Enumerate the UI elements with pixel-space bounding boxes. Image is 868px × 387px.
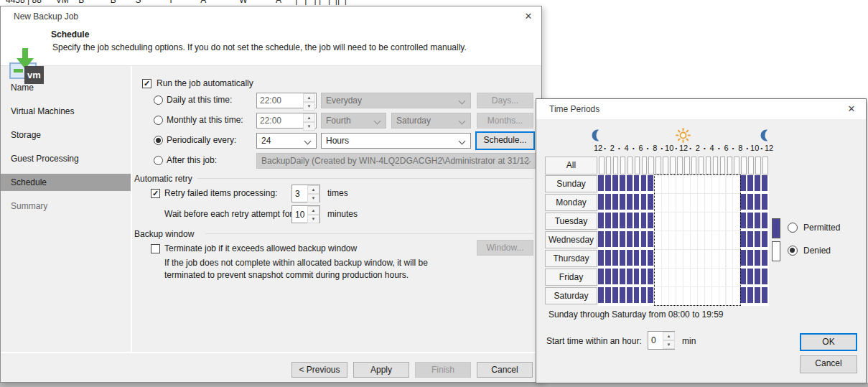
grid-cell[interactable]	[691, 269, 698, 287]
day-cell-thursday[interactable]: Thursday	[545, 250, 597, 267]
grid-cell[interactable]	[747, 213, 755, 231]
grid-cell[interactable]	[691, 250, 698, 269]
grid-cell[interactable]	[719, 175, 727, 194]
grid-cell[interactable]	[740, 250, 747, 269]
previous-button[interactable]: < Previous	[291, 362, 347, 378]
day-cell-wednesday[interactable]: Wednesday	[545, 231, 597, 248]
grid-cell[interactable]	[712, 231, 719, 250]
grid-cell[interactable]	[755, 213, 762, 231]
grid-cell[interactable]	[740, 231, 747, 250]
grid-cell[interactable]	[683, 287, 691, 306]
grid-cell[interactable]	[733, 231, 740, 250]
grid-cell[interactable]	[620, 269, 627, 287]
grid-cell[interactable]	[669, 250, 676, 269]
grid-cell[interactable]	[612, 269, 620, 287]
window-button[interactable]: Window...	[477, 240, 533, 256]
all-cell[interactable]: All	[545, 157, 597, 174]
grid-cell[interactable]	[698, 287, 705, 306]
grid-cell[interactable]	[641, 269, 648, 287]
finish-button[interactable]: Finish	[415, 362, 471, 378]
grid-cell[interactable]	[747, 250, 755, 269]
sidebar-item-schedule[interactable]: Schedule	[1, 174, 131, 191]
hour-header-cell[interactable]	[755, 157, 761, 174]
retry-checkbox[interactable]: ✓	[151, 189, 160, 198]
grid-cell[interactable]	[712, 175, 719, 194]
grid-cell[interactable]	[755, 175, 762, 194]
grid-cell[interactable]	[733, 213, 740, 231]
day-cell-monday[interactable]: Monday	[545, 194, 597, 211]
grid-cell[interactable]	[627, 231, 634, 250]
grid-cell[interactable]	[740, 194, 747, 213]
grid-cell[interactable]	[727, 269, 734, 287]
grid-cell[interactable]	[634, 269, 641, 287]
spin-up-icon[interactable]: ▲	[303, 93, 315, 102]
grid-cell[interactable]	[719, 231, 727, 250]
hour-header-cell[interactable]	[627, 157, 633, 174]
hour-header-cell[interactable]	[684, 157, 690, 174]
time-periods-titlebar[interactable]: Time Periods ✕	[536, 99, 866, 119]
grid-cell[interactable]	[669, 194, 676, 213]
grid-cell[interactable]	[648, 269, 655, 287]
grid-cell[interactable]	[648, 250, 655, 269]
spin-down-icon[interactable]: ▼	[307, 194, 319, 202]
grid-cell[interactable]	[683, 213, 691, 231]
grid-cell[interactable]	[669, 269, 676, 287]
start-time-spinner[interactable]: ▲▼	[663, 332, 675, 349]
grid-cell[interactable]	[612, 287, 620, 306]
grid-cell[interactable]	[634, 213, 641, 231]
schedule-button[interactable]: Schedule...	[475, 131, 535, 150]
grid-cell[interactable]	[676, 194, 683, 213]
apply-button[interactable]: Apply	[353, 362, 409, 378]
grid-cell[interactable]	[648, 287, 655, 306]
hour-header-cell[interactable]	[635, 157, 640, 174]
grid-cell[interactable]	[669, 213, 676, 231]
sidebar-item-summary[interactable]: Summary	[1, 198, 131, 214]
grid-cell[interactable]	[634, 194, 641, 213]
grid-cell[interactable]	[719, 213, 727, 231]
grid-cell[interactable]	[733, 287, 740, 306]
permitted-radio[interactable]	[788, 223, 798, 233]
denied-radio[interactable]	[788, 246, 798, 256]
grid-cell[interactable]	[620, 231, 627, 250]
grid-cell[interactable]	[605, 175, 612, 194]
grid-cell[interactable]	[648, 175, 655, 194]
cancel-button[interactable]: Cancel	[477, 362, 533, 378]
terminate-checkbox[interactable]	[151, 244, 160, 253]
grid-cell[interactable]	[676, 269, 683, 287]
grid-cell[interactable]	[662, 194, 669, 213]
grid-cell[interactable]	[740, 213, 747, 231]
grid-cell[interactable]	[662, 175, 669, 194]
grid-cell[interactable]	[762, 269, 769, 287]
grid-cell[interactable]	[683, 250, 691, 269]
grid-cell[interactable]	[662, 269, 669, 287]
grid-cell[interactable]	[598, 213, 605, 231]
daily-time-spinner[interactable]: ▲▼	[303, 93, 315, 108]
monthly-week-dropdown[interactable]: Fourth	[321, 113, 386, 129]
grid-cell[interactable]	[641, 287, 648, 306]
grid-cell[interactable]	[655, 269, 662, 287]
grid-cell[interactable]	[641, 231, 648, 250]
hour-header-cell[interactable]	[727, 157, 733, 174]
grid-cell[interactable]	[762, 250, 769, 269]
grid-cell[interactable]	[683, 194, 691, 213]
hour-header-cell[interactable]	[677, 157, 683, 174]
sidebar-item-name[interactable]: Name	[1, 80, 131, 95]
grid-cell[interactable]	[691, 175, 698, 194]
hour-header-cell[interactable]	[720, 157, 726, 174]
grid-cell[interactable]	[683, 231, 691, 250]
daily-frequency-dropdown[interactable]: Everyday	[321, 93, 471, 108]
grid-cell[interactable]	[683, 269, 691, 287]
hour-header-cell[interactable]	[741, 157, 747, 174]
grid-cell[interactable]	[676, 250, 683, 269]
day-cell-sunday[interactable]: Sunday	[545, 175, 597, 192]
close-icon[interactable]: ✕	[520, 9, 537, 24]
sidebar-item-virtual-machines[interactable]: Virtual Machines	[1, 103, 131, 119]
grid-cell[interactable]	[698, 250, 705, 269]
hour-header-cell[interactable]	[620, 157, 626, 174]
grid-cell[interactable]	[698, 269, 705, 287]
grid-cell[interactable]	[655, 250, 662, 269]
day-cell-friday[interactable]: Friday	[545, 269, 597, 286]
grid-cell[interactable]	[634, 175, 641, 194]
grid-cell[interactable]	[627, 194, 634, 213]
grid-cell[interactable]	[641, 213, 648, 231]
